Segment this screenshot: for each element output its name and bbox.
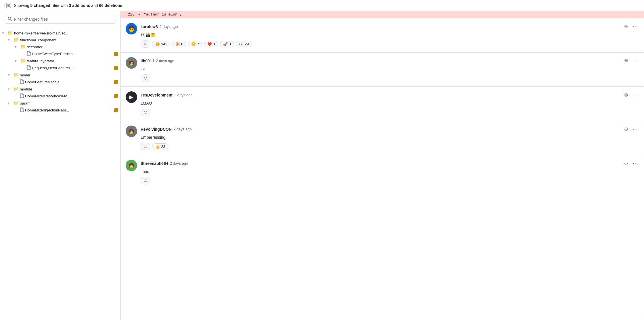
comment-item: 🧑 Shreenabh664 2 days ago ☺ ···: [121, 155, 644, 189]
diff-line: 225 - "author_is_elon",: [121, 11, 644, 18]
more-options-button[interactable]: ···: [632, 126, 639, 133]
add-reaction-button[interactable]: ☺: [622, 126, 630, 133]
reactions: ☺ 👍 23: [141, 143, 639, 150]
comment-item: 🧑 RevolvingDCON 2 days ago ☺ ···: [121, 121, 644, 155]
modified-badge: [114, 66, 118, 70]
reaction-button[interactable]: 👍 23: [152, 143, 168, 150]
toggle-file-tree-button[interactable]: [5, 3, 11, 8]
more-options-button[interactable]: ···: [632, 57, 639, 64]
reaction-add-button[interactable]: ☺: [141, 74, 150, 82]
comment-header: Shreenabh664 2 days ago ☺ ···: [141, 160, 639, 167]
chevron-down-icon: ▾: [8, 73, 12, 77]
comment-time: 2 days ago: [160, 24, 178, 29]
folder-icon: 📁: [20, 44, 26, 49]
add-reaction-button[interactable]: ☺: [622, 160, 630, 167]
diff-line-content: "author_is_elon",: [144, 12, 187, 17]
tree-item-file-4[interactable]: ▾ HomeMixerResourcesMo...: [0, 92, 120, 100]
search-container: [0, 11, 120, 27]
file-icon: [27, 51, 31, 57]
chevron-down-icon: ▾: [2, 31, 6, 35]
comment-text: lmao: [141, 169, 639, 175]
comment-author: iib0011: [141, 59, 154, 63]
comment-header: karolsw3 2 days ago ☺ ···: [141, 23, 639, 30]
comment-time: 2 days ago: [170, 161, 188, 165]
comment-actions: ☺ ···: [622, 91, 639, 99]
reaction-button[interactable]: 🚀 3: [220, 41, 234, 47]
folder-icon: 📁: [13, 72, 19, 78]
svg-line-6: [11, 20, 12, 21]
modified-badge: [114, 94, 118, 98]
comment-body: Shreenabh664 2 days ago ☺ ··· lmao: [141, 160, 639, 184]
tree-item-param[interactable]: ▾ 📁 param: [0, 100, 120, 107]
tree-item-module[interactable]: ▾ 📁 module: [0, 86, 120, 92]
tree-label: HomeTweetTypePredicа...: [32, 52, 113, 56]
comment-actions: ☺ ···: [622, 23, 639, 30]
folder-icon: 📁: [7, 30, 13, 36]
reaction-button[interactable]: 😀 342: [152, 41, 170, 47]
comment-actions: ☺ ···: [622, 57, 639, 64]
avatar: 🧑: [126, 126, 137, 137]
comment-actions: ☺ ···: [622, 160, 639, 167]
folder-icon: 📁: [13, 86, 19, 92]
folder-icon: 📁: [13, 101, 19, 106]
search-icon: [8, 17, 12, 22]
comment-body: karolsw3 2 days ago ☺ ··· 👀📸🤔: [141, 23, 639, 48]
comment-time: 2 days ago: [174, 93, 193, 97]
tree-item-file-3[interactable]: ▾ HomeFeatures.scala: [0, 78, 120, 86]
chevron-down-icon: ▾: [8, 87, 12, 91]
tree-item-functional-component[interactable]: ▾ 📁 functional_component: [0, 36, 120, 43]
reactions: ☺ 😀 342 🎉 6 😐 7 ❤️ 3 🚀 3 👀 29: [141, 40, 639, 48]
reaction-button[interactable]: 😐 7: [188, 41, 202, 47]
comment-time: 2 days ago: [173, 127, 192, 131]
comment-author: Shreenabh664: [141, 161, 168, 166]
comment-header: TesDevelopment 2 days ago ☺ ···: [141, 91, 639, 99]
reaction-button[interactable]: 🎉 6: [172, 41, 186, 47]
comment-author: RevolvingDCON: [141, 127, 172, 132]
tree-label: home-mixer/server/src/main/sc...: [14, 31, 118, 35]
add-reaction-button[interactable]: ☺: [622, 23, 630, 30]
comment-body: TesDevelopment 2 days ago ☺ ··· LMAO: [141, 91, 639, 116]
add-reaction-button[interactable]: ☺: [622, 91, 630, 99]
tree-item-file-5[interactable]: ▾ HomeMixerInjectionNam...: [0, 107, 120, 114]
tree-label: model: [20, 73, 118, 77]
comment-text: 👀📸🤔: [141, 32, 639, 38]
left-panel: ▾ 📁 home-mixer/server/src/main/sc... ▾ 📁…: [0, 11, 121, 320]
tree-item-file-1[interactable]: ▾ HomeTweetTypePredicа...: [0, 50, 120, 57]
right-panel: 225 - "author_is_elon", 🧑 karolsw3 2: [121, 11, 644, 320]
tree-label: module: [20, 87, 118, 91]
comment-meta: iib0011 2 days ago: [141, 59, 174, 63]
avatar: ▶: [126, 91, 137, 103]
folder-icon: 📁: [13, 37, 19, 43]
tree-label: RequestQueryFeatureH...: [32, 66, 113, 70]
reaction-add-button[interactable]: ☺: [141, 143, 150, 150]
file-icon: [20, 79, 24, 85]
tree-item-feature-hydrator[interactable]: ▾ 📁 feature_hydrator: [0, 57, 120, 64]
tree-label: HomeMixerResourcesMo...: [25, 94, 113, 98]
reaction-add-button[interactable]: ☺: [141, 177, 150, 184]
modified-badge: [114, 108, 118, 112]
tree-item-root[interactable]: ▾ 📁 home-mixer/server/src/main/sc...: [0, 30, 120, 36]
more-options-button[interactable]: ···: [632, 160, 639, 167]
summary-text: Showing 5 changed files with 3 additions…: [14, 3, 123, 8]
modified-badge: [114, 80, 118, 84]
search-box: [5, 15, 116, 24]
comment-header: RevolvingDCON 2 days ago ☺ ···: [141, 126, 639, 133]
reactions: ☺: [141, 74, 639, 82]
more-options-button[interactable]: ···: [632, 23, 639, 30]
reactions: ☺: [141, 177, 639, 184]
reaction-add-button[interactable]: ☺: [141, 40, 150, 48]
reaction-button[interactable]: ❤️ 3: [204, 41, 218, 47]
file-icon: [20, 107, 24, 113]
filter-files-input[interactable]: [14, 17, 113, 22]
reactions: ☺: [141, 109, 639, 116]
tree-item-file-2[interactable]: ▾ RequestQueryFeatureH...: [0, 64, 120, 72]
more-options-button[interactable]: ···: [632, 91, 639, 99]
file-icon: [27, 65, 31, 71]
reaction-button[interactable]: 👀 29: [236, 41, 252, 47]
reaction-add-button[interactable]: ☺: [141, 109, 150, 116]
tree-item-model[interactable]: ▾ 📁 model: [0, 72, 120, 78]
add-reaction-button[interactable]: ☺: [622, 57, 630, 64]
tree-item-decorator[interactable]: ▾ 📁 decorator: [0, 43, 120, 50]
comment-actions: ☺ ···: [622, 126, 639, 133]
folder-icon: 📁: [20, 58, 26, 63]
